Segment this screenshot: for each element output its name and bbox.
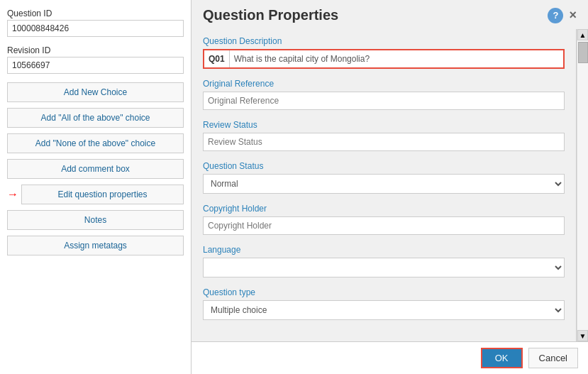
copyright-holder-input[interactable] <box>203 216 565 235</box>
add-all-above-button[interactable]: Add "All of the above" choice <box>7 108 184 128</box>
review-status-input[interactable] <box>203 133 565 151</box>
question-status-select[interactable]: Normal Draft Final Retired <box>203 174 565 194</box>
question-desc-wrapper: Q01 <box>203 49 565 69</box>
add-comment-box-button[interactable]: Add comment box <box>7 159 184 179</box>
cancel-button[interactable]: Cancel <box>528 348 578 368</box>
help-icon[interactable]: ? <box>548 8 563 23</box>
revision-id-input[interactable] <box>7 57 184 74</box>
sidebar: Question ID Revision ID Add New Choice A… <box>0 0 192 374</box>
scroll-thumb[interactable] <box>578 42 588 63</box>
question-id-input[interactable] <box>7 20 184 37</box>
right-panel: Question Properties ? × Question Descrip… <box>192 0 588 374</box>
close-icon[interactable]: × <box>569 8 577 23</box>
panel-header: Question Properties ? × <box>192 0 588 29</box>
question-type-select[interactable]: Multiple choice True/False Essay Matchin… <box>203 300 565 320</box>
language-group: Language English French Spanish <box>203 245 565 277</box>
revision-id-group: Revision ID <box>7 45 184 74</box>
review-status-group: Review Status <box>203 120 565 151</box>
edit-question-properties-button[interactable]: Edit question properties <box>21 185 184 204</box>
language-label: Language <box>203 245 565 255</box>
original-reference-input[interactable] <box>203 92 565 110</box>
copyright-holder-label: Copyright Holder <box>203 204 565 214</box>
question-prefix: Q01 <box>204 50 230 67</box>
header-icons: ? × <box>548 8 577 23</box>
ok-button[interactable]: OK <box>481 348 523 368</box>
assign-metatags-button[interactable]: Assign metatags <box>7 236 184 255</box>
review-status-label: Review Status <box>203 120 565 130</box>
panel-body: Question Description Q01 Original Refere… <box>192 29 588 341</box>
question-id-group: Question ID <box>7 9 184 37</box>
question-description-group: Question Description Q01 <box>203 36 565 69</box>
add-none-above-button[interactable]: Add "None of the above" choice <box>7 133 184 153</box>
original-reference-group: Original Reference <box>203 79 565 110</box>
question-description-input[interactable] <box>230 50 563 67</box>
scroll-down-arrow[interactable]: ▼ <box>577 330 588 341</box>
question-description-label: Question Description <box>203 36 565 46</box>
edit-properties-row: → Edit question properties <box>7 185 184 204</box>
question-status-label: Question Status <box>203 161 565 171</box>
add-new-choice-button[interactable]: Add New Choice <box>7 82 184 102</box>
copyright-holder-group: Copyright Holder <box>203 204 565 235</box>
scrollbar-track[interactable]: ▲ ▼ <box>577 29 588 341</box>
panel-title: Question Properties <box>203 7 338 23</box>
language-select[interactable]: English French Spanish <box>203 258 565 277</box>
question-type-label: Question type <box>203 287 565 297</box>
original-reference-label: Original Reference <box>203 79 565 89</box>
question-type-group: Question type Multiple choice True/False… <box>203 287 565 320</box>
revision-id-label: Revision ID <box>7 45 184 55</box>
scroll-up-arrow[interactable]: ▲ <box>577 29 588 40</box>
question-status-group: Question Status Normal Draft Final Retir… <box>203 161 565 194</box>
panel-footer: OK Cancel <box>192 341 588 374</box>
arrow-icon: → <box>7 188 18 201</box>
panel-content: Question Description Q01 Original Refere… <box>192 29 577 341</box>
notes-button[interactable]: Notes <box>7 210 184 230</box>
question-id-label: Question ID <box>7 9 184 18</box>
